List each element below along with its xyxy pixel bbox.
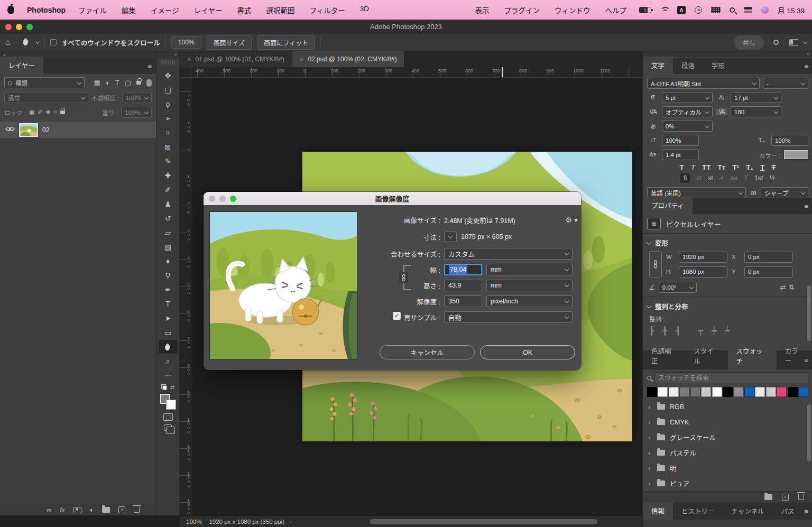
dimensions-dropdown[interactable] <box>444 232 457 242</box>
history-brush-tool[interactable]: ↺ <box>159 211 178 225</box>
faux-italic[interactable]: T <box>691 163 695 171</box>
link-layers-icon[interactable]: ∞ <box>47 506 51 513</box>
tab-glyphs[interactable]: 字形 <box>703 57 733 74</box>
swatch-group-row[interactable]: › 明 <box>643 460 812 476</box>
workspace-dropdown-icon[interactable] <box>803 40 807 44</box>
document-tab-01[interactable]: × 01.psd @ 100% (01, CMYK/8#) <box>180 51 292 67</box>
control-center-icon[interactable] <box>744 7 752 13</box>
align-top[interactable]: ┯ <box>698 326 703 336</box>
workspace-icon[interactable] <box>789 39 798 46</box>
type-filter-icon[interactable]: T <box>115 79 119 86</box>
tracking-select[interactable]: 180 <box>731 106 781 117</box>
y-field[interactable]: 0 px <box>744 266 793 278</box>
smart-object-filter-icon[interactable] <box>136 81 141 85</box>
vertical-scale-field[interactable]: 100% <box>662 135 699 146</box>
lock-position-icon[interactable]: ✥ <box>46 109 51 115</box>
adjustment-layer-icon[interactable]: ◐ <box>90 506 94 513</box>
wifi-icon[interactable] <box>660 7 668 13</box>
menu-item[interactable]: ヘルプ <box>605 5 626 15</box>
search-icon[interactable] <box>773 40 779 45</box>
dialog-zoom-button[interactable] <box>230 196 236 202</box>
hand-tool-dropdown-icon[interactable] <box>35 40 39 44</box>
height-input[interactable]: 43.9 <box>444 280 482 291</box>
clone-stamp-tool[interactable]: ♟ <box>159 197 178 211</box>
fit-to-select[interactable]: カスタム <box>444 248 573 260</box>
swatch-group-row[interactable]: › パステル <box>643 445 812 460</box>
swatch[interactable] <box>712 387 722 397</box>
lock-transparent-icon[interactable]: ▦ <box>29 109 34 115</box>
tab-properties[interactable]: プロパティ <box>643 197 693 214</box>
collapse-right-icon[interactable]: » <box>174 52 177 57</box>
layer-row[interactable]: 02 <box>0 122 156 138</box>
swatch[interactable] <box>723 387 733 397</box>
menu-item[interactable]: レイヤー <box>194 5 223 15</box>
swatch[interactable] <box>690 387 700 397</box>
panel-scrollbar[interactable] <box>807 285 811 341</box>
share-button[interactable]: 共有 <box>734 35 764 50</box>
status-zoom[interactable]: 100% <box>180 519 209 525</box>
swatch[interactable] <box>647 387 657 397</box>
x-field[interactable]: 0 px <box>744 252 793 263</box>
resample-select[interactable]: 自動 <box>444 311 573 323</box>
more-tools[interactable]: ⋯ <box>159 368 178 382</box>
adjustment-filter-icon[interactable]: ◐ <box>106 79 110 86</box>
pen-tool[interactable]: ✒ <box>159 283 178 297</box>
font-family-select[interactable]: A-OTF A1明朝 Std <box>647 78 760 89</box>
width-field[interactable]: 1920 px <box>679 252 727 263</box>
screen-mode-icon[interactable] <box>164 424 172 431</box>
swatch[interactable] <box>798 387 808 397</box>
align-section-header[interactable]: 整列と分布 <box>647 301 808 311</box>
kerning-select[interactable]: オプティカル <box>662 106 713 117</box>
swatch[interactable] <box>658 387 668 397</box>
align-left[interactable]: ┠ <box>649 326 654 336</box>
apple-menu-icon[interactable] <box>7 6 14 14</box>
close-tab-icon[interactable]: × <box>300 56 304 63</box>
app-menu[interactable]: Photoshop <box>27 6 66 14</box>
lock-artboard-icon[interactable]: ⌗ <box>54 109 57 115</box>
screen-size-button[interactable]: 画面サイズ <box>207 35 252 50</box>
background-color-chip[interactable] <box>166 400 176 410</box>
align-right[interactable]: ┨ <box>676 326 680 336</box>
tab-layers[interactable]: レイヤー <box>0 57 43 74</box>
tab-info[interactable]: 情報 <box>643 502 673 520</box>
time-machine-icon[interactable] <box>695 6 702 14</box>
shape-tool[interactable]: ▭ <box>159 326 178 339</box>
horizontal-scale-field[interactable]: 100% <box>771 135 808 146</box>
cancel-button[interactable]: キャンセル <box>380 345 475 359</box>
add-mask-icon[interactable] <box>73 507 81 513</box>
image-preview[interactable] <box>209 211 357 359</box>
text-color-chip[interactable] <box>784 150 808 159</box>
zoom-tool[interactable]: ⌕ <box>159 354 178 368</box>
panel-menu-icon[interactable]: ≡ <box>147 62 152 70</box>
underline[interactable]: T <box>760 163 764 171</box>
tab-paths[interactable]: パス <box>773 502 803 520</box>
menu-item[interactable]: ファイル <box>78 5 107 15</box>
resample-checkbox[interactable]: ✓ <box>393 312 401 320</box>
swatch[interactable] <box>679 387 689 397</box>
tsume-select[interactable]: 0% <box>662 121 713 132</box>
ordinals[interactable]: 1st <box>754 174 763 182</box>
resolution-unit-select[interactable]: pixel/inch <box>486 295 573 307</box>
home-icon[interactable]: ⌂ <box>5 38 11 47</box>
lock-all-icon[interactable] <box>60 110 65 114</box>
flip-vertical-icon[interactable]: ⇅ <box>789 284 795 291</box>
width-unit-select[interactable]: mm <box>486 264 573 275</box>
align-bottom[interactable]: ┷ <box>725 326 730 336</box>
minimize-window-button[interactable] <box>16 24 22 30</box>
tab-paragraph[interactable]: 段落 <box>673 57 703 74</box>
horizontal-ruler[interactable]: 4003002001000100200300400500600700800900… <box>191 67 642 78</box>
delete-swatch-icon[interactable] <box>798 494 804 500</box>
menu-item[interactable]: ウィンドウ <box>555 5 590 15</box>
leading-select[interactable]: 17 pt <box>731 92 781 103</box>
small-caps[interactable]: Tᴛ <box>718 163 726 171</box>
menu-item[interactable]: 書式 <box>237 5 251 15</box>
transform-section-header[interactable]: 変形 <box>647 238 808 248</box>
swatch[interactable] <box>669 387 679 397</box>
titling-alternates[interactable]: T <box>744 174 748 182</box>
standard-ligatures[interactable]: fi <box>680 173 690 183</box>
transform-link-icon[interactable] <box>649 251 662 278</box>
swatch[interactable] <box>788 387 798 397</box>
lasso-tool[interactable]: ϙ <box>159 97 178 111</box>
align-center-horizontal[interactable]: ╂ <box>662 326 667 336</box>
discretionary-ligatures[interactable]: st <box>708 174 713 182</box>
